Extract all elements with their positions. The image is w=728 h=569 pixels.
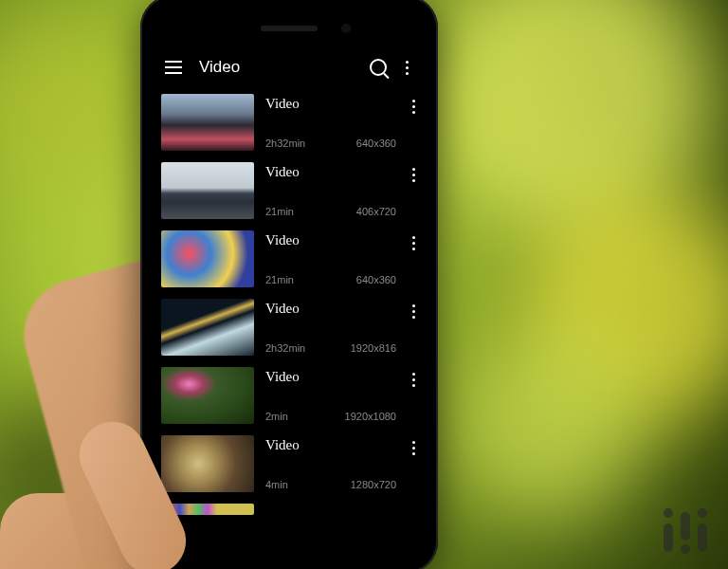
video-duration: 4min: [265, 479, 288, 490]
row-more-icon[interactable]: [406, 168, 421, 182]
row-more-icon[interactable]: [406, 236, 421, 250]
video-duration: 2min: [265, 411, 288, 422]
app-toolbar: Video: [152, 46, 427, 88]
video-title: Video: [265, 164, 406, 180]
video-thumbnail: [161, 299, 254, 356]
search-icon[interactable]: [370, 59, 387, 76]
video-row[interactable]: Video 21min 406x720: [152, 156, 427, 225]
video-resolution: 1920x1080: [345, 411, 396, 422]
video-title: Video: [265, 232, 406, 248]
toolbar-title: Video: [199, 58, 370, 77]
row-more-icon[interactable]: [406, 441, 421, 455]
video-thumbnail: [161, 230, 254, 287]
video-thumbnail: [161, 94, 254, 151]
phone-device: Video Video 2h32min 640x360: [140, 0, 438, 569]
phone-camera: [341, 24, 351, 33]
video-row[interactable]: Video 21min 640x360: [152, 225, 427, 293]
menu-icon[interactable]: [165, 61, 182, 74]
video-list: Video 2h32min 640x360 Video 21min: [152, 88, 427, 562]
video-title: Video: [265, 437, 406, 453]
video-duration: 2h32min: [265, 342, 305, 354]
more-icon[interactable]: [400, 61, 413, 75]
video-resolution: 1920x816: [351, 342, 396, 354]
video-row[interactable]: Video 4min 1280x720: [152, 430, 427, 498]
video-thumbnail: [161, 367, 254, 424]
row-more-icon[interactable]: [406, 304, 421, 319]
video-title: Video: [265, 96, 406, 112]
app-screen: Video Video 2h32min 640x360: [152, 46, 427, 562]
video-row[interactable]: Video 2min 1920x1080: [152, 361, 427, 430]
row-more-icon[interactable]: [406, 373, 421, 387]
video-resolution: 640x360: [356, 138, 396, 149]
video-resolution: 640x360: [356, 274, 396, 285]
watermark-logo: [664, 505, 711, 552]
phone-speaker: [261, 26, 318, 31]
video-duration: 2h32min: [265, 138, 305, 149]
video-duration: 21min: [265, 274, 294, 285]
video-thumbnail: [161, 435, 254, 492]
video-thumbnail: [161, 162, 254, 219]
video-row[interactable]: [152, 498, 427, 515]
row-more-icon[interactable]: [406, 100, 421, 114]
video-resolution: 1280x720: [351, 479, 396, 490]
video-row[interactable]: Video 2h32min 640x360: [152, 88, 427, 156]
video-title: Video: [265, 369, 406, 385]
video-duration: 21min: [265, 206, 294, 217]
video-title: Video: [265, 301, 406, 317]
video-row[interactable]: Video 2h32min 1920x816: [152, 293, 427, 361]
video-resolution: 406x720: [356, 206, 396, 217]
